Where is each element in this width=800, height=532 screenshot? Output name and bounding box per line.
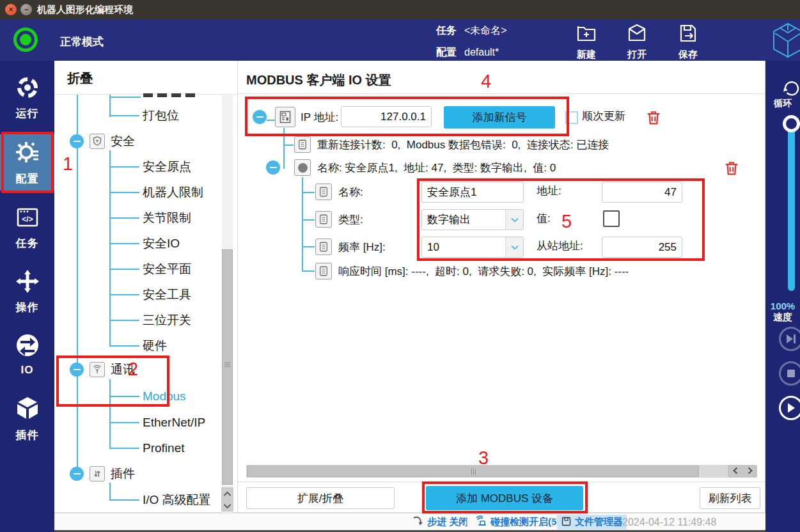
trash-icon[interactable] <box>645 109 663 129</box>
sidebar-item-config[interactable]: 配置 <box>0 134 54 191</box>
tree-item-label: 安全工具 <box>143 286 191 303</box>
sequential-update-label: 顺次更新 <box>582 109 625 123</box>
timestamp: 2024-04-12 11:49:48 <box>622 513 716 531</box>
minimize-icon[interactable]: − <box>20 4 32 15</box>
tree-item-label: 插件 <box>111 465 135 482</box>
tree-header[interactable]: 折叠 <box>67 70 93 87</box>
chevron-right-icon[interactable] <box>748 465 753 477</box>
brand-logo-icon <box>771 22 800 61</box>
save-button[interactable]: 保存 <box>668 22 708 59</box>
file-manager-button[interactable]: 文件管理器 <box>557 515 627 529</box>
name-input[interactable] <box>421 182 524 203</box>
type-dropdown[interactable]: 数字输出 <box>421 209 524 230</box>
play-button[interactable] <box>779 396 800 420</box>
speed-label: 速度 <box>765 311 800 324</box>
config-row: 配置default* <box>436 46 499 59</box>
sidebar-item-plugin[interactable]: 插件 <box>0 395 54 442</box>
chevron-down-icon <box>505 210 523 230</box>
step-mode-toggle[interactable]: 步进 关闭 <box>412 513 468 531</box>
tree-item-io-advanced[interactable]: I/O 高级配置 <box>143 491 211 509</box>
tree-item-plugin[interactable]: 插件 <box>70 465 135 483</box>
tree-item-label: 硬件 <box>143 338 167 354</box>
speed-slider-track[interactable] <box>788 125 795 291</box>
collapse-node-icon[interactable] <box>70 134 84 148</box>
add-signal-button[interactable]: 添加新信号 <box>444 106 555 129</box>
step-forward-button[interactable] <box>779 327 800 351</box>
sidebar-item-operate[interactable]: 操作 <box>0 269 54 315</box>
slave-addr-input[interactable] <box>602 237 682 258</box>
tree-item-ethernet-ip[interactable]: EtherNet/IP <box>143 414 205 432</box>
move-arrows-icon <box>15 269 40 297</box>
tree-item-modbus[interactable]: Modbus <box>143 387 186 405</box>
tree-item-label: 打包位 <box>143 107 179 124</box>
header: 正常模式 任务<未命名> 配置default* 新建 打开 保存 <box>0 19 800 61</box>
tree-trunk-line <box>77 95 78 474</box>
step-mode-label: 步进 关闭 <box>427 516 468 528</box>
tree-item-label: 安全平面 <box>143 261 191 278</box>
save-icon <box>677 22 699 47</box>
tree-item-safety-io[interactable]: 安全IO <box>143 235 180 253</box>
chevron-down-icon[interactable] <box>223 500 231 512</box>
window-title: 机器人图形化编程环境 <box>37 0 133 19</box>
speed-value: 100% <box>765 301 800 311</box>
collapse-node-icon[interactable] <box>70 467 84 481</box>
tree-item-packing[interactable]: 打包位 <box>143 107 179 125</box>
h-scrollbar-thumb[interactable] <box>247 465 699 477</box>
value-checkbox[interactable] <box>603 210 620 227</box>
sidebar-item-task[interactable]: </> 任务 <box>0 205 54 251</box>
gear-icon <box>14 139 41 168</box>
open-button-label: 打开 <box>627 49 647 61</box>
sequential-update-checkbox[interactable] <box>565 111 578 124</box>
divider <box>238 93 765 94</box>
divider <box>238 481 765 482</box>
ip-address-input[interactable] <box>341 106 432 127</box>
refresh-list-button[interactable]: 刷新列表 <box>700 487 760 509</box>
tree-item-safety[interactable]: 安全 <box>70 132 135 150</box>
freq-dropdown[interactable]: 10 <box>421 237 524 258</box>
tree-dash <box>302 246 315 247</box>
modbus-device-icon <box>275 107 295 127</box>
open-icon <box>626 22 648 47</box>
chevron-up-icon[interactable] <box>223 488 231 499</box>
sidebar-item-run[interactable]: 运行 <box>0 75 54 121</box>
sidebar-item-io[interactable]: IO <box>0 332 54 377</box>
stop-button[interactable] <box>779 361 800 386</box>
response-stats-text: 响应时间 [ms]: ----, 超时: 0, 请求失败: 0, 实际频率 [H… <box>338 264 629 279</box>
tree-scrollbar-thumb[interactable] <box>222 249 233 485</box>
open-button[interactable]: 打开 <box>617 22 657 59</box>
new-button[interactable]: 新建 <box>567 22 606 59</box>
expand-collapse-button[interactable]: 扩展/折叠 <box>246 487 395 509</box>
collision-icon <box>475 515 487 529</box>
tree-branch-line <box>109 379 111 448</box>
mode-status-icon <box>13 27 38 52</box>
close-icon[interactable]: × <box>5 4 17 15</box>
antenna-icon <box>90 362 105 377</box>
connection-stats-text: 重新连接计数: 0, Modbus 数据包错误: 0, 连接状态: 已连接 <box>317 137 609 152</box>
tree-item-safe-home[interactable]: 安全原点 <box>143 158 191 176</box>
loop-icon[interactable] <box>781 77 800 100</box>
tree-item-label: Profinet <box>143 441 184 455</box>
trash-icon[interactable] <box>723 159 741 180</box>
addr-input[interactable] <box>602 182 682 203</box>
tree-item-safety-plane[interactable]: 安全平面 <box>143 260 191 278</box>
tree-item-3pos-switch[interactable]: 三位开关 <box>143 311 191 329</box>
tree-item-safety-tool[interactable]: 安全工具 <box>143 286 191 304</box>
page-title: MODBUS 客户端 IO 设置 <box>246 72 391 89</box>
signal-summary-text: 名称: 安全原点1, 地址: 47, 类型: 数字输出, 值: 0 <box>317 160 556 175</box>
collapse-node-icon[interactable] <box>70 363 84 377</box>
tree-scrollbar-buttons <box>221 487 233 512</box>
tree-item-profinet[interactable]: Profinet <box>143 439 184 457</box>
collapse-node-icon[interactable] <box>253 110 267 124</box>
collapse-node-icon[interactable] <box>266 160 280 175</box>
speed-slider-knob[interactable] <box>783 115 800 132</box>
tree-item-robot-limit[interactable]: 机器人限制 <box>143 184 203 201</box>
sidebar-item-label: 任务 <box>16 236 39 251</box>
chevron-left-icon[interactable] <box>733 465 738 477</box>
tree-item-joint-limit[interactable]: 关节限制 <box>143 209 191 227</box>
add-modbus-device-button[interactable]: 添加 MODBUS 设备 <box>426 486 583 510</box>
right-sidebar: 循环 100% 速度 <box>765 61 800 532</box>
tree-dash <box>267 120 276 121</box>
document-icon <box>315 211 332 228</box>
tree-item-communication[interactable]: 通讯 <box>70 361 135 379</box>
tree-item-hardware[interactable]: 硬件 <box>143 337 167 355</box>
